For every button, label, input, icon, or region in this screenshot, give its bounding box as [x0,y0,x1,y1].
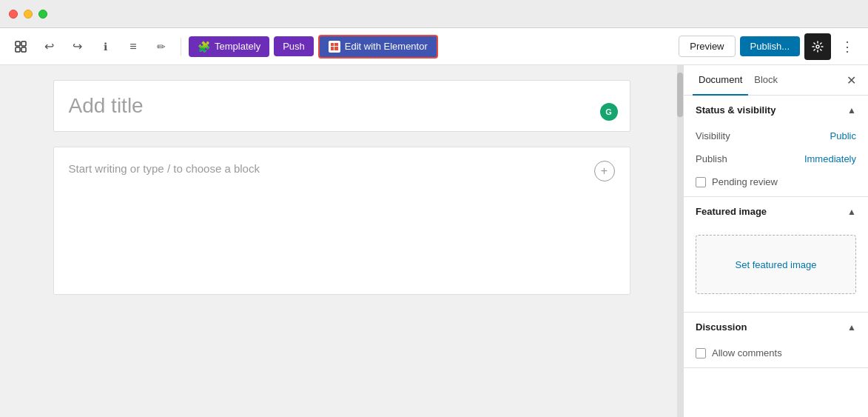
sidebar: Document Block ✕ Status & visibility ▲ V… [683,65,868,417]
editor-area: Add title G Start writing or type / to c… [0,65,683,417]
tab-document[interactable]: Document [693,65,748,96]
featured-image-title: Featured image [696,206,767,217]
svg-rect-0 [16,41,20,46]
templately-label: Templately [215,41,260,52]
publish-label: Publish [696,153,727,164]
publish-label: Publish... [750,41,790,52]
close-button[interactable] [9,10,18,19]
tab-block[interactable]: Block [748,65,784,96]
info-button[interactable]: ℹ [93,35,117,59]
title-placeholder: Add title [69,94,144,118]
svg-rect-1 [21,41,26,46]
publish-row: Publish Immediately [684,147,868,170]
svg-rect-2 [16,47,20,52]
pending-review-row: Pending review [684,170,868,196]
pending-review-label: Pending review [712,176,778,187]
editor-content: Add title G Start writing or type / to c… [53,80,630,295]
visibility-label: Visibility [696,130,730,141]
title-input-wrapper[interactable]: Add title G [53,80,630,132]
scrollbar-track [677,65,683,417]
list-view-button[interactable]: ≡ [121,35,145,59]
more-options-button[interactable]: ⋮ [835,35,859,59]
grammarly-icon: G [600,103,618,121]
discussion-section: Discussion ▲ Allow comments [684,313,868,368]
editor-body[interactable]: Start writing or type / to choose a bloc… [53,147,630,295]
svg-rect-3 [21,47,26,52]
publish-button[interactable]: Publish... [740,36,800,56]
status-visibility-section: Status & visibility ▲ Visibility Public … [684,96,868,197]
allow-comments-label: Allow comments [712,347,782,358]
elementor-icon [329,41,340,53]
discussion-chevron-up-icon: ▲ [847,322,856,333]
status-visibility-header[interactable]: Status & visibility ▲ [684,96,868,124]
featured-image-box[interactable]: Set featured image [696,235,856,294]
main-layout: Add title G Start writing or type / to c… [0,65,868,417]
featured-image-section: Featured image ▲ Set featured image [684,197,868,313]
visibility-row: Visibility Public [684,124,868,147]
undo-button[interactable]: ↩ [37,35,61,59]
minimize-button[interactable] [24,10,33,19]
edit-button[interactable]: ✏ [149,35,173,59]
templately-button[interactable]: 🧩 Templately [189,36,269,57]
settings-button[interactable] [804,33,831,60]
add-block-toolbar-button[interactable] [9,35,33,59]
sidebar-close-button[interactable]: ✕ [844,67,859,93]
discussion-title: Discussion [696,321,747,333]
chevron-up-icon: ▲ [847,105,856,116]
titlebar [0,0,868,28]
featured-image-header[interactable]: Featured image ▲ [684,197,868,226]
edit-with-elementor-button[interactable]: Edit with Elementor [318,35,438,59]
preview-button[interactable]: Preview [679,36,735,57]
set-featured-image-label: Set featured image [736,259,817,270]
allow-comments-checkbox[interactable] [696,348,706,358]
allow-comments-row: Allow comments [684,341,868,367]
sidebar-tabs: Document Block ✕ [684,65,868,96]
redo-button[interactable]: ↪ [65,35,89,59]
preview-label: Preview [690,41,724,52]
body-placeholder: Start writing or type / to choose a bloc… [69,162,260,175]
svg-point-4 [816,45,819,48]
elementor-label: Edit with Elementor [345,41,428,52]
pending-review-checkbox[interactable] [696,177,706,187]
push-label: Push [283,41,305,52]
add-block-button[interactable]: + [594,161,615,181]
divider-1 [181,38,181,56]
push-button[interactable]: Push [274,36,314,56]
publish-value[interactable]: Immediately [804,153,856,164]
templately-icon: 🧩 [198,41,210,53]
toolbar: ↩ ↪ ℹ ≡ ✏ 🧩 Templately Push Edit with El… [0,28,868,65]
scrollbar-thumb[interactable] [677,73,683,117]
maximize-button[interactable] [38,10,47,19]
discussion-header[interactable]: Discussion ▲ [684,313,868,341]
featured-chevron-up-icon: ▲ [847,207,856,217]
visibility-value[interactable]: Public [830,130,856,141]
status-visibility-title: Status & visibility [696,104,776,116]
